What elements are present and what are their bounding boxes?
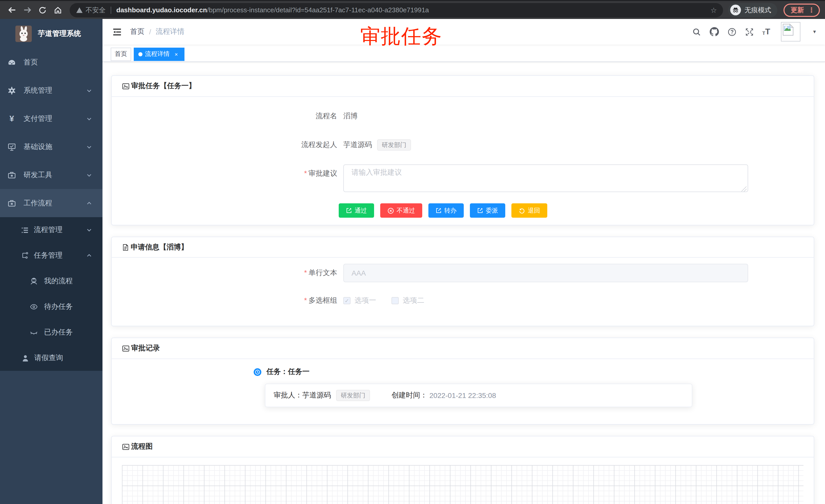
tag-process-detail[interactable]: 流程详情 × — [134, 48, 184, 61]
eye-open-icon — [30, 303, 38, 311]
dept-tag: 研发部门 — [336, 390, 370, 401]
breadcrumb: 首页 / 流程详情 — [130, 27, 184, 36]
sidebar-item-done-tasks[interactable]: 已办任务 — [0, 320, 102, 345]
security-warning[interactable]: 不安全 — [76, 5, 105, 15]
app-title: 芋道管理系统 — [38, 29, 81, 38]
sidebar-item-infra[interactable]: 基础设施 — [0, 133, 102, 161]
card-title: 流程图 — [131, 442, 153, 451]
help-icon[interactable] — [728, 27, 736, 36]
workflow-submenu: 流程管理 任务管理 — [0, 217, 102, 371]
search-icon[interactable] — [692, 27, 701, 36]
chevron-down-icon — [86, 144, 92, 150]
navbar-actions: TT ▼ — [692, 22, 817, 41]
sidebar-item-system[interactable]: 系统管理 — [0, 76, 102, 104]
sidebar-item-task-mgmt[interactable]: 任务管理 — [0, 243, 102, 268]
card-title: 审批记录 — [131, 344, 160, 353]
sidebar-item-leave-query[interactable]: 请假查询 — [0, 345, 102, 371]
back-icon[interactable] — [5, 3, 18, 17]
delegate-button[interactable]: 委派 — [470, 203, 505, 218]
sidebar-item-home[interactable]: 首页 — [0, 48, 102, 76]
avatar[interactable] — [781, 22, 801, 41]
tree-table-icon — [20, 226, 29, 234]
field-label: *单行文本 — [122, 268, 343, 278]
app-logo-row[interactable]: 芋道管理系统 — [0, 19, 102, 48]
font-size-icon[interactable]: TT — [762, 28, 770, 36]
reject-button[interactable]: 不通过 — [380, 203, 422, 218]
breadcrumb-current: 流程详情 — [156, 27, 184, 36]
process-name-value: 滔博 — [343, 112, 358, 121]
process-name-row: 流程名 滔博 — [122, 107, 804, 125]
sidebar-item-todo-tasks[interactable]: 待办任务 — [0, 294, 102, 320]
sidebar-item-label: 支付管理 — [23, 114, 52, 123]
incognito-badge: 无痕模式 — [728, 3, 777, 17]
sidebar-item-process-mgmt[interactable]: 流程管理 — [0, 217, 102, 243]
divider — [111, 6, 111, 14]
sidebar-item-my-process[interactable]: 我的流程 — [0, 268, 102, 294]
record-card-body: 任务：任务一 审批人： 芋道源码 研发部门 创建时间： 2022-01-21 2… — [112, 359, 814, 415]
return-button[interactable]: 退回 — [511, 203, 547, 218]
browser-toolbar: 不安全 dashboard.yudao.iocoder.cn /bpm/proc… — [0, 0, 825, 19]
sidebar-item-payment[interactable]: ¥ 支付管理 — [0, 104, 102, 133]
checkbox-option-2[interactable]: 选项二 — [391, 296, 424, 305]
resize-grip[interactable] — [742, 186, 747, 191]
approval-comment-input[interactable] — [343, 164, 748, 192]
sidebar-item-label: 我的流程 — [44, 276, 73, 286]
record-detail-card: 审批人： 芋道源码 研发部门 创建时间： 2022-01-21 22:35:08 — [265, 384, 692, 407]
field-label: *多选框组 — [122, 296, 343, 305]
gear-icon — [8, 86, 16, 94]
bookmark-star-icon[interactable]: ☆ — [710, 6, 717, 14]
sidebar-item-label: 待办任务 — [44, 302, 73, 312]
required-asterisk: * — [304, 268, 307, 276]
reload-icon[interactable] — [36, 3, 49, 17]
sidebar-item-label: 已办任务 — [44, 328, 73, 337]
forward-icon[interactable] — [20, 3, 34, 17]
checkbox-label: 选项一 — [355, 296, 376, 305]
url-path: /bpm/process-instance/detail?id=54aa251f… — [207, 6, 429, 14]
chrome-update-button[interactable]: 更新 ⋮ — [783, 3, 820, 17]
checkbox-group: ✓ 选项一 选项二 — [343, 296, 424, 305]
application-info-card: 申请信息【滔博】 *单行文本 *多选框组 ✓ 选项一 — [111, 237, 814, 326]
browser-menu-icon[interactable]: ⋮ — [808, 6, 815, 14]
hamburger-icon[interactable] — [107, 22, 126, 41]
approval-card-header: 审批任务【任务一】 — [112, 76, 814, 97]
fullscreen-icon[interactable] — [745, 27, 754, 36]
picture-icon — [122, 443, 130, 450]
diagram-card-body — [112, 457, 814, 504]
eye-closed-icon — [30, 328, 38, 337]
sidebar-item-workflow[interactable]: 工作流程 — [0, 189, 102, 217]
transfer-button[interactable]: 转办 — [428, 203, 464, 218]
tag-home[interactable]: 首页 — [111, 48, 131, 61]
yen-icon: ¥ — [8, 114, 16, 123]
user-icon — [21, 354, 29, 362]
approve-button[interactable]: 通过 — [339, 203, 374, 218]
picture-icon — [122, 344, 130, 352]
tag-label: 首页 — [115, 50, 127, 58]
sidebar-item-label: 任务管理 — [34, 251, 63, 260]
breadcrumb-home[interactable]: 首页 — [130, 27, 145, 36]
checkbox-unchecked-icon — [391, 297, 399, 304]
checkbox-option-1[interactable]: ✓ 选项一 — [343, 296, 376, 305]
sidebar-item-devtools[interactable]: 研发工具 — [0, 161, 102, 189]
briefcase-icon — [8, 199, 16, 207]
main-column: 首页 / 流程详情 — [102, 19, 825, 504]
approval-timeline: 任务：任务一 审批人： 芋道源码 研发部门 创建时间： 2022-01-21 2… — [254, 367, 804, 407]
process-diagram-card: 流程图 — [111, 436, 814, 504]
required-asterisk: * — [304, 169, 307, 177]
caret-down-icon[interactable]: ▼ — [812, 29, 817, 34]
edit-icon — [436, 207, 442, 214]
tag-close-icon[interactable]: × — [173, 51, 180, 58]
chevron-up-icon — [86, 200, 92, 206]
page-content: 审批任务【任务一】 流程名 滔博 流程发起人 芋道源码 研发部门 — [102, 62, 825, 504]
chevron-down-icon — [86, 115, 92, 121]
document-icon — [122, 244, 129, 251]
sidebar: 芋道管理系统 首页 系统管理 ¥ 支付管理 — [0, 19, 102, 504]
approval-record-card: 审批记录 任务：任务一 审批人： 芋道 — [111, 338, 814, 425]
approver-label: 审批人： — [274, 391, 302, 400]
chevron-down-icon — [86, 87, 92, 93]
home-icon[interactable] — [51, 3, 65, 17]
single-line-text-input[interactable] — [343, 264, 748, 282]
approval-actions: 通过 不通过 转办 委 — [122, 203, 804, 218]
address-bar[interactable]: 不安全 dashboard.yudao.iocoder.cn /bpm/proc… — [70, 3, 723, 17]
github-icon[interactable] — [710, 27, 719, 36]
bpmn-diagram-canvas[interactable] — [122, 465, 804, 504]
